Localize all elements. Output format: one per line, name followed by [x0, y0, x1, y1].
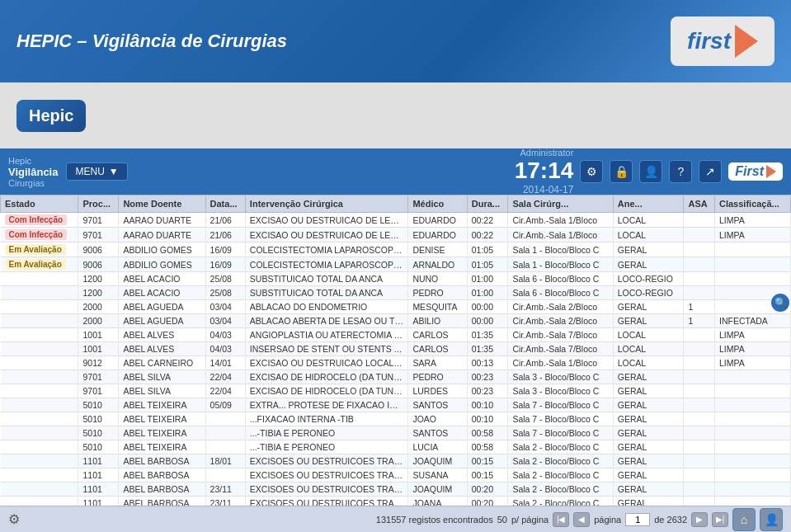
table-row[interactable]: 1101 ABEL BARBOSA EXCISOES OU DESTRUICOE…	[1, 468, 791, 483]
table-row[interactable]: 1101 ABEL BARBOSA 23/11 EXCISOES OU DEST…	[1, 483, 791, 497]
cell-intervencao: EXCISOES OU DESTRUICOES TRANSURETRAIS DE…	[245, 497, 408, 506]
cell-dura: 00:00	[467, 300, 508, 314]
menu-arrow-icon: ▼	[109, 166, 119, 177]
table-row[interactable]: 1001 ABEL ALVES 04/03 ANGIOPLASTIA OU AT…	[1, 328, 791, 342]
table-row[interactable]: 5010 ABEL TEIXEIRA ...-TIBIA E PERONEO S…	[1, 426, 791, 440]
cell-sala: Cir.Amb.-Sala 1/Bloco	[508, 356, 613, 370]
prev-page-button[interactable]: ◀	[573, 512, 590, 527]
cell-ane: LOCAL	[613, 342, 684, 356]
cell-sala: Cir.Amb.-Sala 1/Bloco	[508, 228, 613, 242]
logout-button[interactable]: ↗	[699, 160, 722, 183]
cell-asa	[684, 257, 715, 272]
cell-estado: Em Avaliação	[1, 242, 78, 257]
cell-intervencao: EXCISOES OU DESTRUICOES TRANSURETRAIS DE…	[245, 483, 408, 497]
cell-proc: 5010	[78, 426, 119, 440]
table-row[interactable]: 1200 ABEL ACACIO 25/08 SUBSTITUICAO TOTA…	[1, 272, 791, 286]
help-button[interactable]: ?	[669, 160, 692, 183]
cell-sala: Sala 7 - Bloco/Bloco C	[508, 412, 613, 426]
cell-nome: ABEL ACACIO	[119, 286, 205, 300]
cell-data: 05/09	[205, 398, 245, 412]
cell-proc: 9701	[78, 384, 119, 398]
cell-estado	[1, 398, 78, 412]
table-row[interactable]: Em Avaliação 9006 ABDILIO GOMES 16/09 CO…	[1, 257, 791, 272]
cell-intervencao: EXCISOES OU DESTRUICOES TRANSURETRAIS DE…	[245, 468, 408, 483]
cell-dura: 01:35	[467, 328, 508, 342]
first-arrow-icon	[735, 25, 758, 58]
user-button[interactable]: 👤	[639, 160, 662, 183]
cell-estado	[1, 272, 78, 286]
table-row[interactable]: 2000 ABEL AGUEDA 03/04 ABLACAO DO ENDOME…	[1, 300, 791, 314]
cell-class	[715, 454, 791, 468]
cell-estado	[1, 497, 78, 506]
table-row[interactable]: Com Infecção 9701 AARAO DUARTE 21/06 EXC…	[1, 228, 791, 242]
cell-ane: GERAL	[613, 426, 684, 440]
cell-nome: AARAO DUARTE	[119, 228, 205, 242]
cell-medico: CARLOS	[408, 328, 467, 342]
table-row[interactable]: 9012 ABEL CARNEIRO 14/01 EXCISAO OU DEST…	[1, 356, 791, 370]
cell-data: 23/11	[205, 483, 245, 497]
cell-intervencao: ABLACAO DO ENDOMETRIO	[245, 300, 408, 314]
cell-intervencao: COLECISTECTOMIA LAPAROSCOPICA	[245, 257, 408, 272]
search-button[interactable]: 🔍	[771, 294, 789, 312]
table-row[interactable]: 9701 ABEL SILVA 22/04 EXCISAO DE HIDROCE…	[1, 370, 791, 384]
bottom-home-button[interactable]: ⌂	[732, 508, 756, 531]
last-page-button[interactable]: ▶|	[712, 512, 728, 527]
menu-label: MENU	[75, 166, 104, 177]
bottom-bar: ⚙ 131557 registos encontrados 50 p/ pági…	[0, 506, 791, 532]
cell-asa	[684, 497, 715, 506]
next-page-button[interactable]: ▶	[691, 512, 708, 527]
table-row[interactable]: 5010 ABEL TEIXEIRA ...-TIBIA E PERONEO L…	[1, 440, 791, 454]
cell-medico: JOAQUIM	[408, 483, 467, 497]
hepic-section: Hepic	[0, 82, 791, 148]
cell-asa: 1	[684, 300, 715, 314]
table-row[interactable]: 2000 ABEL AGUEDA 03/04 ABLACAO ABERTA DE…	[1, 314, 791, 328]
cell-intervencao: ABLACAO ABERTA DE LESAO OU TECIDO DO FIG…	[245, 314, 408, 328]
page-input[interactable]	[625, 513, 650, 526]
cell-intervencao: EXCISAO OU DESTRUICAO DE LESAO OU TECIDO…	[245, 228, 408, 242]
cell-nome: ABEL ACACIO	[119, 272, 205, 286]
cell-asa	[684, 213, 715, 228]
cell-medico: MESQUITA	[408, 300, 467, 314]
settings-button[interactable]: ⚙	[580, 160, 603, 183]
table-row[interactable]: 1101 ABEL BARBOSA 18/01 EXCISOES OU DEST…	[1, 454, 791, 468]
menu-button[interactable]: MENU ▼	[66, 162, 127, 181]
table-row[interactable]: 1001 ABEL ALVES 04/03 INSERSAO DE STENT …	[1, 342, 791, 356]
nav-date: 2014-04-17	[515, 184, 574, 195]
cell-class: LIMPA	[715, 213, 791, 228]
first-page-button[interactable]: |◀	[553, 512, 569, 527]
cell-data: 03/04	[205, 300, 245, 314]
cell-class	[715, 412, 791, 426]
cell-intervencao: SUBSTITUICAO TOTAL DA ANCA	[245, 272, 408, 286]
table-row[interactable]: 5010 ABEL TEIXEIRA 05/09 EXTRA... PROTES…	[1, 398, 791, 412]
cell-sala: Sala 1 - Bloco/Bloco C	[508, 242, 613, 257]
bottom-user-button[interactable]: 👤	[760, 508, 783, 531]
cell-dura: 01:00	[467, 272, 508, 286]
cell-dura: 01:05	[467, 257, 508, 272]
cell-proc: 1001	[78, 328, 119, 342]
bottom-settings-button[interactable]: ⚙	[8, 511, 20, 527]
cell-sala: Sala 1 - Bloco/Bloco C	[508, 257, 613, 272]
cell-nome: ABEL BARBOSA	[119, 454, 205, 468]
cell-dura: 00:22	[467, 213, 508, 228]
cell-dura: 01:00	[467, 286, 508, 300]
cell-class: LIMPA	[715, 342, 791, 356]
nav-bar: Hepic Vigilância Cirurgias MENU ▼ Admini…	[0, 148, 791, 195]
table-wrapper[interactable]: Estado Proc... Nome Doente Data... Inter…	[0, 195, 791, 506]
table-row[interactable]: Em Avaliação 9006 ABDILIO GOMES 16/09 CO…	[1, 242, 791, 257]
cell-class: LIMPA	[715, 328, 791, 342]
table-row[interactable]: 1200 ABEL ACACIO 25/08 SUBSTITUICAO TOTA…	[1, 286, 791, 300]
table-row[interactable]: 9701 ABEL SILVA 22/04 EXCISAO DE HIDROCE…	[1, 384, 791, 398]
lock-button[interactable]: 🔒	[610, 160, 633, 183]
table-row[interactable]: Com Infecção 9701 AARAO DUARTE 21/06 EXC…	[1, 213, 791, 228]
cell-asa	[684, 384, 715, 398]
cell-nome: ABEL CARNEIRO	[119, 356, 205, 370]
cell-asa	[684, 398, 715, 412]
bottom-user-icon: 👤	[765, 513, 779, 526]
cell-asa	[684, 272, 715, 286]
cell-data: 16/09	[205, 257, 245, 272]
table-row[interactable]: 1101 ABEL BARBOSA 23/11 EXCISOES OU DEST…	[1, 497, 791, 506]
cell-asa	[684, 440, 715, 454]
cell-dura: 00:13	[467, 356, 508, 370]
cell-asa	[684, 356, 715, 370]
table-row[interactable]: 5010 ABEL TEIXEIRA ...FIXACAO INTERNA -T…	[1, 412, 791, 426]
